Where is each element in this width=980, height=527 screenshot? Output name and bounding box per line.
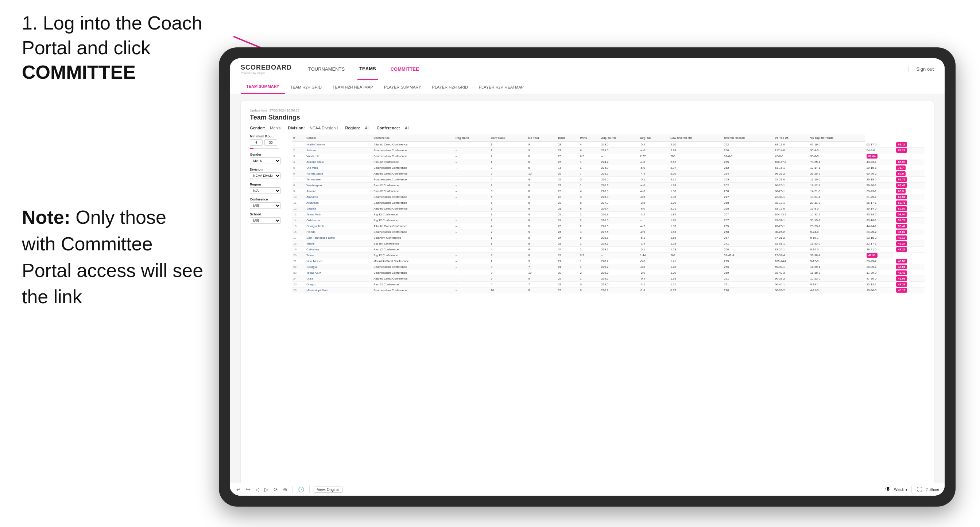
conference-select[interactable]: (All) — [250, 202, 281, 209]
data-cell: – — [454, 224, 489, 229]
data-cell: 8 — [489, 264, 527, 270]
data-cell: 3 — [489, 165, 527, 171]
data-cell: 2 — [489, 183, 527, 189]
table-row: 19CaliforniaPac-12 Conference–48242278.2… — [292, 247, 924, 252]
school-cell: Illinois — [305, 241, 372, 247]
data-cell: 9-18-1 — [808, 282, 865, 287]
sub-nav-player-h2h-heatmap[interactable]: PLAYER H2H HEATMAP — [473, 80, 529, 94]
region-select[interactable]: N/A — [250, 187, 281, 194]
sub-nav-team-h2h-grid[interactable]: TEAM H2H GRID — [285, 80, 327, 94]
data-cell: 21 — [557, 206, 578, 212]
data-cell: 277.5 — [600, 229, 639, 235]
data-cell: 279.2 — [600, 264, 639, 270]
points-cell: 46.16 — [895, 235, 924, 241]
data-cell: Atlantic Coast Conference — [372, 206, 454, 212]
data-cell: 2 — [489, 217, 527, 224]
data-cell: 8 — [527, 224, 557, 229]
card-title-section: Update time: 27/03/2024 16:56:26 Team St… — [250, 109, 300, 121]
data-cell: -2.0 — [639, 270, 669, 276]
data-cell: 30-15-1 — [808, 217, 865, 224]
data-cell: 18-12-1 — [808, 183, 865, 189]
data-cell: 1 — [578, 183, 600, 189]
undo-btn[interactable]: ↩ — [235, 487, 242, 492]
data-cell: 2.11 — [669, 177, 722, 183]
min-rounds-slider[interactable] — [250, 148, 279, 149]
data-cell: – — [454, 148, 489, 154]
gender-select[interactable]: Men's — [250, 157, 281, 164]
add-btn[interactable]: ⊕ — [282, 487, 288, 492]
school-cell: Arizona State — [305, 159, 372, 165]
filter-conference-panel: Conference (All) — [250, 198, 286, 209]
sign-out[interactable]: Sign out — [908, 66, 934, 72]
back-btn[interactable]: ◁ — [254, 487, 261, 492]
min-rounds-min-input[interactable] — [250, 139, 262, 146]
data-cell: 1 — [489, 259, 527, 264]
forward-btn[interactable]: ▷ — [263, 487, 269, 492]
data-cell: 62-51-1 — [773, 241, 808, 247]
col-low-rd: Low Overall Rd. — [669, 135, 722, 142]
filter-panel: Minimum Rou... Gender — [250, 135, 286, 478]
toolbar-divider-1 — [293, 486, 293, 493]
school-cell: Oregon — [305, 282, 372, 287]
sub-nav-team-h2h-heatmap[interactable]: TEAM H2H HEATMAP — [327, 80, 379, 94]
table-row: 11ArkansasSoutheastern Conference–682382… — [292, 200, 924, 206]
points-cell: 48.54 — [895, 264, 924, 270]
data-cell: 1.85 — [669, 217, 722, 224]
redo-btn[interactable]: ↪ — [245, 487, 251, 492]
data-cell: 23 — [557, 142, 578, 148]
col-no-tour: No Tour — [527, 135, 557, 142]
data-cell: 262 — [722, 165, 773, 171]
instruction-area: 1. Log into the Coach Portal and click C… — [22, 11, 234, 85]
share-btn[interactable]: ⤴ Share — [926, 487, 939, 492]
min-rounds-max-input[interactable] — [264, 139, 277, 146]
data-cell: 1.41 — [669, 259, 722, 264]
data-cell: 1 — [489, 241, 527, 247]
data-cell: 23 — [557, 194, 578, 200]
data-cell: 8 — [527, 159, 557, 165]
table-row: 5Ole MissSoutheastern Conference–3816127… — [292, 165, 924, 171]
data-cell: 1.55 — [669, 235, 722, 241]
rank-cell: 18 — [292, 241, 305, 247]
points-cell: 45.02 — [895, 229, 924, 235]
sub-nav-player-summary[interactable]: PLAYER SUMMARY — [379, 80, 427, 94]
watch-btn[interactable]: Watch ▾ — [894, 487, 907, 492]
view-original-label: View: Original — [317, 487, 340, 492]
data-cell: 278.2 — [600, 247, 639, 252]
fullscreen-icon[interactable]: ⛶ — [916, 487, 923, 492]
filter-division-panel: Division NCAA Division I — [250, 168, 286, 179]
data-cell: -5.1 — [639, 247, 669, 252]
data-cell: -1.8 — [639, 287, 669, 294]
nav-committee[interactable]: COMMITTEE — [389, 58, 421, 80]
data-cell: -4.0 — [639, 183, 669, 189]
data-cell: 6.2 — [578, 154, 600, 159]
data-cell: 72-30-1 — [773, 194, 808, 200]
division-select[interactable]: NCAA Division I — [250, 172, 281, 179]
sub-nav-player-h2h-grid[interactable]: PLAYER H2H GRID — [427, 80, 473, 94]
data-cell: 1.98 — [669, 183, 722, 189]
data-cell: 2.52 — [669, 159, 722, 165]
nav-teams[interactable]: TEAMS — [358, 58, 378, 80]
data-cell: 87-21-2 — [773, 235, 808, 241]
data-cell: 1 — [489, 148, 527, 154]
view-original-btn[interactable]: View: Original — [313, 487, 343, 493]
data-cell: 7 — [578, 171, 600, 177]
data-cell: Pac-12 Conference — [372, 189, 454, 194]
data-cell: – — [454, 194, 489, 200]
data-cell: 221 — [722, 276, 773, 282]
data-cell: 262 — [722, 183, 773, 189]
rank-cell: 19 — [292, 247, 305, 252]
col-wins: Wins — [578, 135, 600, 142]
data-cell: 1.30 — [669, 270, 722, 276]
sub-nav-team-summary[interactable]: TEAM SUMMARY — [241, 80, 285, 94]
data-cell: 12-14-1 — [808, 165, 865, 171]
data-cell: 203 — [669, 154, 722, 159]
nav-tournaments[interactable]: TOURNAMENTS — [306, 58, 347, 80]
data-cell: 5 — [489, 282, 527, 287]
data-cell: 11-19-0 — [808, 177, 865, 183]
data-cell: 97-31-1 — [773, 217, 808, 224]
instruction-bold: COMMITTEE — [22, 62, 136, 83]
refresh-btn[interactable]: ⟳ — [272, 487, 279, 492]
col-overall-record: Overall Record — [722, 135, 773, 142]
school-select[interactable]: (All) — [250, 217, 281, 224]
data-cell: 8 — [578, 200, 600, 206]
